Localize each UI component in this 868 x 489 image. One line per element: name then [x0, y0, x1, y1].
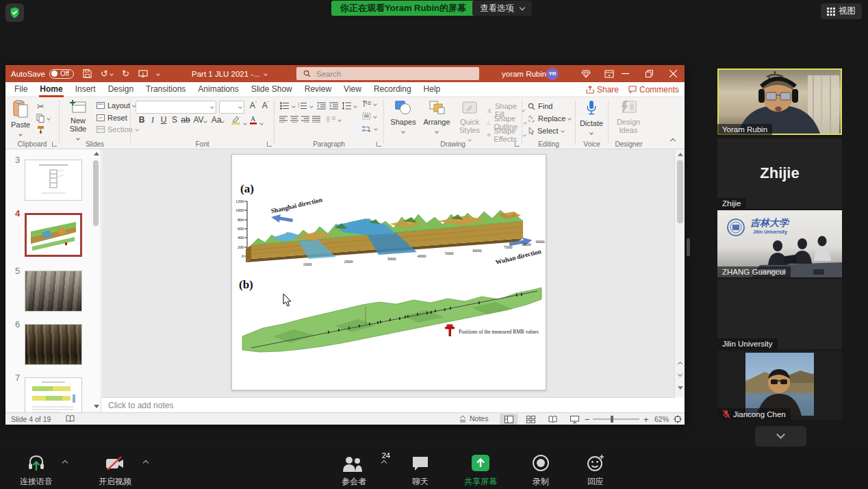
participant-tile-jiancong-chen[interactable]: Jiancong Chen: [717, 351, 842, 420]
slide-thumbnail-4-selected[interactable]: [25, 213, 82, 257]
numbering-button[interactable]: 12: [298, 102, 313, 110]
quick-access-more-button[interactable]: [157, 73, 159, 75]
slide-thumbnail-6[interactable]: [25, 324, 82, 365]
underline-button[interactable]: U: [158, 115, 169, 125]
undo-button[interactable]: ↺: [101, 68, 113, 79]
reading-view-button[interactable]: [544, 414, 561, 425]
increase-indent-button[interactable]: [329, 102, 338, 110]
zoom-slider-thumb[interactable]: [611, 416, 613, 423]
tab-view[interactable]: View: [337, 82, 368, 97]
zoom-out-button[interactable]: −: [585, 414, 590, 425]
tab-recording[interactable]: Recording: [368, 82, 418, 97]
character-spacing-button[interactable]: AV: [192, 115, 207, 125]
slide-sorter-view-button[interactable]: [522, 414, 539, 425]
drawing-dialog-launcher[interactable]: [515, 142, 520, 147]
ribbon-display-options-button[interactable]: [604, 70, 614, 78]
search-box[interactable]: Search: [296, 67, 479, 80]
convert-smartart-button[interactable]: [362, 125, 377, 132]
align-left-button[interactable]: [279, 115, 288, 125]
participant-tile-yoram-rubin[interactable]: Yoram Rubin: [717, 68, 842, 135]
zoom-slider-track[interactable]: [593, 418, 639, 420]
scroll-up-arrow[interactable]: [678, 153, 683, 156]
scroll-down-arrow[interactable]: [94, 405, 99, 408]
font-name-combobox[interactable]: [136, 101, 216, 114]
highlight-color-button[interactable]: [231, 115, 246, 127]
participant-tile-zhang-guangcui[interactable]: 吉林大学 Jilin University ZHANG Guangcui: [717, 210, 842, 277]
canvas-vertical-scrollbar[interactable]: [674, 149, 685, 397]
participant-tile-jilin-university[interactable]: Jilin University: [717, 279, 842, 349]
tab-insert[interactable]: Insert: [69, 82, 102, 97]
thumbnail-scrollbar[interactable]: [92, 149, 99, 412]
scroll-up-arrow[interactable]: [94, 152, 99, 155]
collapse-ribbon-button[interactable]: [670, 138, 676, 144]
shrink-font-button[interactable]: Aˇ: [259, 101, 272, 110]
justify-button[interactable]: [311, 115, 321, 125]
view-options-dropdown[interactable]: 查看选项: [472, 1, 532, 16]
tab-review[interactable]: Review: [298, 82, 337, 97]
paste-button[interactable]: Paste: [8, 100, 33, 137]
new-slide-button[interactable]: New Slide: [63, 100, 93, 141]
italic-button[interactable]: I: [147, 115, 158, 125]
scrollbar-thumb[interactable]: [93, 160, 99, 226]
find-button[interactable]: Find: [528, 102, 552, 110]
accessibility-checker-icon[interactable]: [66, 415, 75, 423]
columns-button[interactable]: [327, 116, 341, 123]
align-center-button[interactable]: [290, 115, 299, 125]
zoom-in-button[interactable]: +: [643, 414, 649, 425]
notes-toggle-button[interactable]: Notes: [459, 414, 488, 423]
line-spacing-button[interactable]: [342, 102, 357, 110]
design-ideas-button[interactable]: Design Ideas: [613, 100, 644, 134]
start-video-button[interactable]: 开启视频: [84, 453, 146, 488]
strikethrough-button[interactable]: ab: [180, 115, 191, 125]
join-audio-button[interactable]: 连接语音: [5, 453, 67, 488]
slideshow-view-button[interactable]: [565, 414, 583, 425]
avatar[interactable]: YR: [546, 68, 559, 80]
slide-4-canvas[interactable]: (a) 1200 1000 800 600 400 20: [231, 154, 546, 390]
normal-view-button[interactable]: [500, 414, 518, 425]
format-painter-button[interactable]: [36, 125, 45, 134]
share-button[interactable]: Share: [586, 85, 619, 95]
text-direction-button[interactable]: [362, 100, 376, 108]
slide-thumbnail-5[interactable]: [25, 271, 82, 312]
close-button[interactable]: [663, 65, 683, 82]
shapes-button[interactable]: Shapes: [388, 100, 418, 134]
font-color-button[interactable]: A: [248, 115, 263, 127]
bold-button[interactable]: B: [136, 115, 147, 125]
minimize-button[interactable]: [615, 65, 635, 82]
security-shield-button[interactable]: [5, 3, 24, 22]
tab-animations[interactable]: Animations: [192, 82, 244, 97]
tab-file[interactable]: File: [8, 82, 34, 97]
tab-transitions[interactable]: Transitions: [140, 82, 192, 97]
designer-diamond-icon[interactable]: [581, 70, 591, 78]
panel-resize-handle[interactable]: [687, 238, 690, 256]
scrollbar-thumb[interactable]: [677, 160, 683, 223]
copy-button[interactable]: [36, 114, 50, 123]
select-button[interactable]: Select: [528, 127, 564, 135]
previous-slide-button[interactable]: [675, 359, 685, 369]
font-size-combobox[interactable]: [219, 101, 244, 114]
next-slide-button[interactable]: [675, 371, 685, 381]
restore-button[interactable]: [639, 65, 659, 82]
quick-styles-button[interactable]: Quick Styles: [455, 100, 484, 142]
title-dropdown-icon[interactable]: [264, 72, 268, 76]
scroll-down-arrow[interactable]: [678, 386, 683, 390]
save-button[interactable]: [83, 69, 92, 78]
dictate-button[interactable]: Dictate: [577, 100, 606, 136]
participants-button[interactable]: 24 参会者: [323, 453, 385, 488]
participants-scroll-down-button[interactable]: [755, 426, 806, 447]
tab-home[interactable]: Home: [34, 82, 68, 97]
comments-button[interactable]: Comments: [628, 85, 679, 95]
participant-tile-zhijie[interactable]: Zhijie Zhijie: [717, 138, 842, 209]
decrease-indent-button[interactable]: [317, 102, 326, 110]
tab-design[interactable]: Design: [102, 82, 140, 97]
tab-help[interactable]: Help: [418, 82, 447, 97]
paragraph-dialog-launcher[interactable]: [376, 142, 381, 147]
notes-pane[interactable]: Click to add notes: [102, 397, 674, 412]
autosave-toggle[interactable]: Off: [49, 69, 74, 79]
redo-button[interactable]: ↻: [122, 68, 129, 79]
reactions-button[interactable]: 回应: [565, 453, 626, 488]
bullets-button[interactable]: [280, 102, 295, 110]
reset-button[interactable]: Reset: [97, 114, 127, 122]
record-button[interactable]: 录制: [510, 453, 572, 488]
grow-font-button[interactable]: Aˆ: [247, 101, 259, 110]
